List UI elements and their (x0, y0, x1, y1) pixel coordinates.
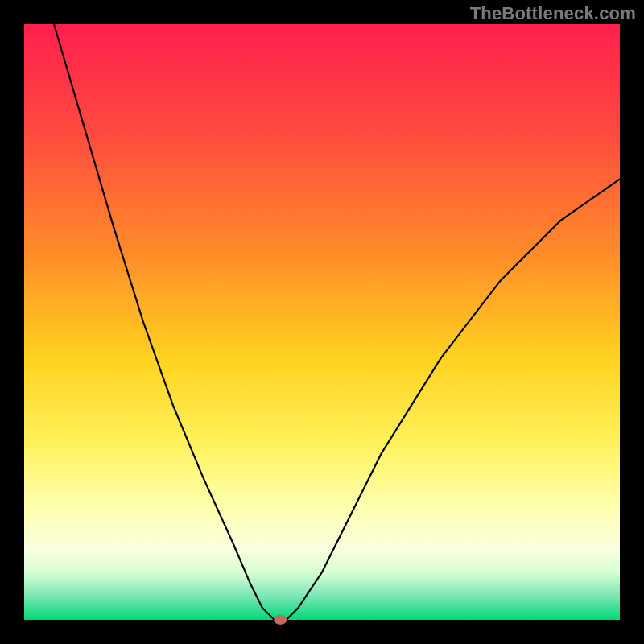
watermark-text: TheBottleneck.com (470, 3, 636, 24)
plot-area (24, 24, 620, 620)
curve-layer (24, 24, 620, 620)
minimum-marker (274, 615, 287, 625)
bottleneck-curve (54, 24, 620, 620)
chart-frame: TheBottleneck.com (0, 0, 644, 644)
